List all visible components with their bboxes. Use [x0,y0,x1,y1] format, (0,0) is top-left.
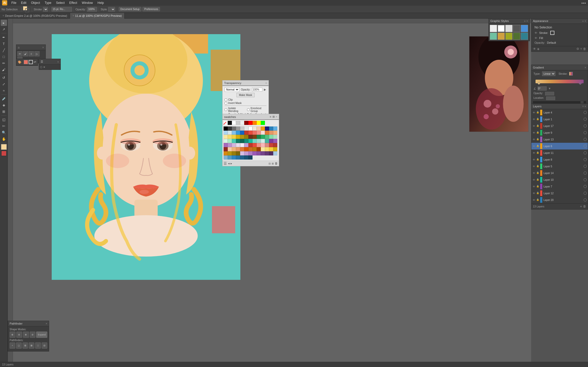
layer-row-2[interactable]: 👁 🔒 Layer 17 [531,123,588,129]
appearance-eye-fill[interactable]: 👁 [534,36,538,40]
swatches-row-btn[interactable]: ⊞ [272,162,274,165]
tool-scissors[interactable]: ✄ [1,123,7,129]
swatch-75[interactable] [265,147,269,151]
swatch-70[interactable] [244,147,248,151]
layer-lock-9[interactable]: 🔒 [536,171,539,175]
swatches-prev-btn[interactable]: ◂ [228,162,230,165]
transparency-opacity-input[interactable] [252,88,262,92]
layer-row-5[interactable]: 👁 🔒 Layer 6 [531,143,588,149]
swatch-86[interactable] [257,151,261,155]
swatch-84[interactable] [248,151,253,155]
layer-row-0[interactable]: 👁 🔒 Layer 4 [531,109,588,116]
swatch-30[interactable] [240,135,244,139]
color-fill-swatch[interactable] [24,60,28,64]
swatch-61[interactable] [261,143,265,147]
swatch-37[interactable] [269,135,273,139]
swatch-68[interactable] [236,147,240,151]
fill-stroke-indicator[interactable] [23,6,30,12]
swatch-67[interactable] [232,147,236,151]
layer-row-11[interactable]: 👁 🔒 Layer 7 [531,183,588,190]
tool-eyedropper[interactable]: 💉 [1,95,7,102]
layer-row-6[interactable]: 👁 🔒 Layer 11 [531,149,588,156]
swatch-65[interactable] [224,147,228,151]
gs-yellow-green[interactable] [505,33,513,40]
swatch-19[interactable] [248,131,253,135]
layers-delete-btn[interactable]: 🗑 [583,205,586,208]
swatch-12[interactable] [273,126,277,131]
gradient-opacity-input[interactable] [545,92,554,95]
brush-tool-1[interactable]: 🖌 [23,51,28,56]
appearance-eye-stroke[interactable]: 👁 [534,31,538,34]
swatch-16[interactable] [236,131,240,135]
appearance-add-icon[interactable]: + [580,47,582,51]
layers-expand[interactable]: » [582,105,584,108]
gs-dark[interactable] [513,25,520,32]
gradient-angle-dropdown[interactable]: ▼ [548,87,551,90]
gradient-close[interactable]: × [585,66,586,69]
gs-default[interactable] [490,25,497,32]
swatch-90[interactable] [273,151,277,155]
gs-white[interactable] [498,25,505,32]
swatch-54[interactable] [232,143,236,147]
gradient-stop-1[interactable] [579,82,582,85]
appearance-close[interactable]: × [585,19,586,23]
menu-object[interactable]: Object [29,1,42,5]
swatch-23[interactable] [265,131,269,135]
swatch-53[interactable] [228,143,232,147]
swatch-orange[interactable] [253,121,257,125]
layer-lock-8[interactable]: 🔒 [536,165,539,168]
layer-eye-2[interactable]: 👁 [532,124,536,128]
brushes-close[interactable]: × [42,46,44,49]
appearance-expand[interactable]: » [582,19,584,23]
layer-row-13[interactable]: 👁 🔒 Layer 20 [531,197,588,203]
layer-eye-9[interactable]: 👁 [532,171,536,175]
gradient-stop-0[interactable] [538,82,540,85]
swatch-73[interactable] [257,147,261,151]
clip-checkbox[interactable] [225,99,227,101]
swatch-25[interactable] [273,131,277,135]
swatch-27[interactable] [228,135,232,139]
tab-close-0[interactable]: × [3,14,4,17]
tool-hand[interactable]: ✋ [1,136,7,142]
swatch-1[interactable] [228,126,232,131]
layer-lock-10[interactable]: 🔒 [536,178,539,181]
swatches-grid-icon[interactable]: ⊞ [272,115,275,118]
swatch-93[interactable] [232,155,236,160]
swatch-35[interactable] [261,135,265,139]
swatch-40[interactable] [228,139,232,143]
swatch-20[interactable] [253,131,257,135]
swatch-80[interactable] [232,151,236,155]
swatch-74[interactable] [261,147,265,151]
layer-eye-8[interactable]: 👁 [532,165,536,168]
gs-blue[interactable] [521,25,528,32]
transparency-expand-icon[interactable]: ▶ [264,88,266,91]
invert-mask-checkbox[interactable] [225,102,227,104]
layer-row-3[interactable]: 👁 🔒 Layer 9 [531,129,588,136]
swatch-36[interactable] [265,135,269,139]
swatches-next-btn[interactable]: ▸ [231,162,232,165]
swatch-46[interactable] [253,139,257,143]
layer-row-10[interactable]: 👁 🔒 Layer 10 [531,176,588,183]
gs-light-gray[interactable] [505,25,513,32]
swatch-10[interactable] [265,126,269,131]
swatch-66[interactable] [228,147,232,151]
tool-warp[interactable]: ≈ [1,87,7,94]
swatch-15[interactable] [232,131,236,135]
layer-target-3[interactable] [584,131,587,134]
layer-eye-10[interactable]: 👁 [532,178,536,181]
tool-scale[interactable]: ⤢ [1,81,7,87]
brush-tool-3[interactable]: ▷ [34,51,40,56]
swatch-76[interactable] [269,147,273,151]
swatch-34[interactable] [257,135,261,139]
swatch-55[interactable] [236,143,240,147]
layer-lock-1[interactable]: 🔒 [536,118,539,121]
layer-lock-2[interactable]: 🔒 [536,124,539,128]
tool-mesh[interactable]: ⊞ [1,108,7,115]
menu-edit[interactable]: Edit [19,1,28,5]
gradient-bar[interactable] [536,80,584,83]
gs-gold[interactable] [498,33,505,40]
swatch-83[interactable] [244,151,248,155]
exclude-btn[interactable]: ⊘ [30,332,36,338]
opacity-input[interactable] [87,7,97,12]
layer-row-4[interactable]: 👁 🔒 Layer 13 [531,136,588,143]
